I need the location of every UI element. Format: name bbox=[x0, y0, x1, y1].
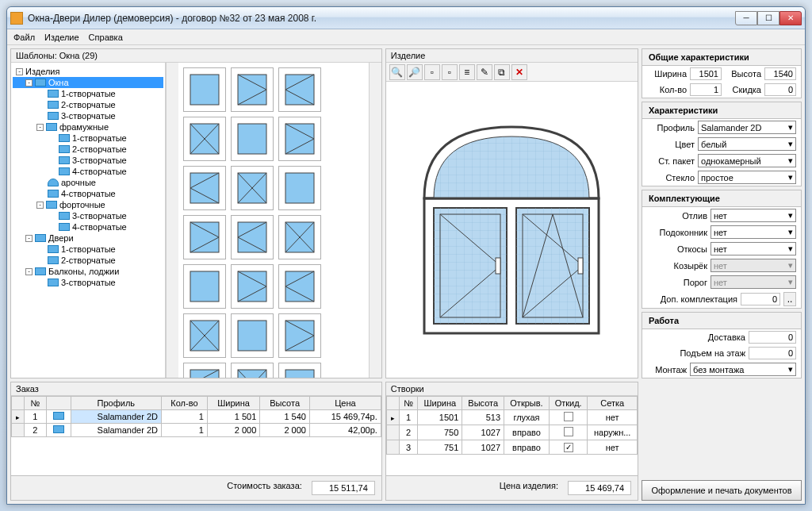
template-thumb[interactable] bbox=[183, 363, 226, 378]
tree-item[interactable]: 3-створчатые bbox=[13, 155, 163, 166]
right-column: Общие характеристики Ширина Высота Кол-в… bbox=[642, 48, 802, 501]
svg-rect-20 bbox=[285, 173, 314, 203]
thumbs-scrollbar[interactable] bbox=[369, 63, 381, 378]
tree-item[interactable]: 4-створчатые bbox=[13, 221, 163, 232]
sill-select[interactable]: нет bbox=[710, 209, 796, 222]
qty-input[interactable] bbox=[690, 83, 722, 96]
tree-item[interactable]: 2-створчатые bbox=[13, 255, 163, 266]
template-thumb[interactable] bbox=[278, 264, 321, 309]
general-props: Общие характеристики Ширина Высота Кол-в… bbox=[642, 48, 802, 98]
tree-item[interactable]: -Двери bbox=[13, 232, 163, 244]
svg-rect-41 bbox=[285, 321, 314, 351]
zoom-in-icon[interactable]: 🔍 bbox=[389, 64, 405, 80]
discount-input[interactable] bbox=[764, 83, 796, 96]
tree-item[interactable]: 3-створчатые bbox=[13, 277, 163, 288]
visor-select[interactable]: нет bbox=[710, 259, 796, 272]
tree-item[interactable]: 1-створчатые bbox=[13, 133, 163, 144]
tree-item[interactable]: 4-створчатые bbox=[13, 188, 163, 199]
template-thumb[interactable] bbox=[231, 363, 274, 378]
table-row[interactable]: 2Salamander 2D12 0002 00042,00р. bbox=[12, 424, 381, 437]
glass-select[interactable]: однокамерный bbox=[698, 154, 796, 167]
tree-item[interactable]: 2-створчатые bbox=[13, 99, 163, 110]
tree-item[interactable]: -форточные bbox=[13, 199, 163, 210]
glass-label: Ст. пакет bbox=[647, 156, 695, 166]
table-row[interactable]: 1Salamander 2D11 5011 54015 469,74р. bbox=[12, 410, 381, 424]
tree-item[interactable]: -Изделия bbox=[13, 66, 163, 77]
windowboard-select[interactable]: нет bbox=[710, 225, 796, 239]
maximize-button[interactable]: ☐ bbox=[757, 11, 779, 25]
sashes-table: №ШиринаВысотаОткрыв.Откид.Сетка 11501513… bbox=[386, 396, 638, 455]
template-thumb[interactable] bbox=[183, 166, 226, 210]
mounting-select[interactable]: без монтажа bbox=[690, 363, 796, 376]
tree-scrollbar[interactable] bbox=[166, 63, 178, 378]
tree-item[interactable]: 4-створчатые bbox=[13, 166, 163, 177]
template-thumb[interactable] bbox=[231, 67, 274, 112]
profile-select[interactable]: Salamander 2D bbox=[698, 121, 796, 134]
product-preview[interactable] bbox=[386, 82, 638, 378]
copy-icon[interactable]: ⧉ bbox=[494, 64, 510, 80]
template-thumb[interactable] bbox=[231, 215, 274, 259]
slopes-select[interactable]: нет bbox=[710, 242, 796, 256]
height-input[interactable] bbox=[764, 67, 796, 80]
left-column: Шаблоны: Окна (29) -Изделия-Окна1-створч… bbox=[10, 48, 382, 501]
template-thumb[interactable] bbox=[183, 117, 226, 161]
delete-icon[interactable]: ✕ bbox=[511, 64, 527, 80]
template-thumb[interactable] bbox=[278, 215, 321, 259]
menu-file[interactable]: Файл bbox=[13, 33, 35, 42]
tree-item[interactable]: арочные bbox=[13, 177, 163, 188]
documents-button[interactable]: Оформление и печать документов bbox=[642, 480, 802, 501]
template-thumb[interactable] bbox=[183, 313, 226, 358]
minimize-button[interactable]: ─ bbox=[735, 11, 757, 25]
extra-button[interactable]: .. bbox=[783, 292, 796, 306]
tree-item[interactable]: 1-створчатые bbox=[13, 244, 163, 255]
menu-help[interactable]: Справка bbox=[89, 33, 123, 42]
width-input[interactable] bbox=[690, 67, 722, 80]
template-thumb[interactable] bbox=[183, 67, 226, 112]
menu-item[interactable]: Изделие bbox=[44, 33, 79, 42]
extra-input[interactable] bbox=[741, 293, 780, 305]
table-row[interactable]: 37511027вправонет bbox=[386, 440, 637, 455]
template-thumb[interactable] bbox=[278, 363, 321, 378]
template-thumb[interactable] bbox=[278, 67, 321, 112]
tree-item[interactable]: -фрамужные bbox=[13, 121, 163, 133]
order-title: Заказ bbox=[11, 382, 381, 396]
color-select[interactable]: белый bbox=[698, 137, 796, 151]
tree-item[interactable]: -Окна bbox=[13, 77, 163, 88]
glazing-select[interactable]: простое bbox=[698, 171, 796, 184]
template-thumb[interactable] bbox=[231, 166, 274, 210]
flip-v-icon[interactable]: ▫ bbox=[442, 64, 458, 80]
edit-icon[interactable]: ✎ bbox=[477, 64, 492, 80]
template-thumb[interactable] bbox=[278, 313, 321, 358]
template-thumb[interactable] bbox=[278, 117, 321, 161]
threshold-select[interactable]: нет bbox=[710, 275, 796, 289]
flip-h-icon[interactable]: ▫ bbox=[424, 64, 440, 80]
tree-item[interactable]: 1-створчатые bbox=[13, 88, 163, 99]
lifting-input[interactable] bbox=[749, 347, 796, 359]
delivery-input[interactable] bbox=[749, 331, 796, 344]
table-row[interactable]: 11501513глухаянет bbox=[386, 410, 637, 425]
app-window: Окна-Двери Дилер (демоверсия) - договор … bbox=[6, 6, 806, 505]
tree-item[interactable]: 3-створчатые bbox=[13, 210, 163, 221]
svg-rect-21 bbox=[190, 222, 219, 252]
template-thumb[interactable] bbox=[231, 117, 274, 161]
sashes-table-container: №ШиринаВысотаОткрыв.Откид.Сетка 11501513… bbox=[386, 396, 638, 475]
tree-item[interactable]: -Балконы, лоджии bbox=[13, 266, 163, 277]
work-props: Работа Доставка Подъем на этаж Монтажбез… bbox=[642, 312, 802, 378]
table-row[interactable]: 27501027вправонаружн... bbox=[386, 425, 637, 440]
template-thumb[interactable] bbox=[183, 215, 226, 259]
template-thumb[interactable] bbox=[183, 264, 226, 309]
close-button[interactable]: ✕ bbox=[779, 11, 802, 25]
template-thumb[interactable] bbox=[278, 166, 321, 210]
zoom-out-icon[interactable]: 🔎 bbox=[407, 64, 423, 80]
template-thumb[interactable] bbox=[231, 264, 274, 309]
tree-item[interactable]: 3-створчатые bbox=[13, 110, 163, 121]
svg-rect-1 bbox=[238, 75, 266, 105]
template-tree[interactable]: -Изделия-Окна1-створчатые2-створчатые3-с… bbox=[11, 63, 166, 378]
slopes-label: Откосы bbox=[647, 244, 707, 254]
tree-item[interactable]: 2-створчатые bbox=[13, 144, 163, 155]
general-title: Общие характеристики bbox=[642, 49, 801, 66]
template-thumb[interactable] bbox=[231, 313, 274, 358]
svg-rect-24 bbox=[238, 222, 266, 252]
components-props: Комплектующие Отливнет Подоконникнет Отк… bbox=[642, 190, 802, 309]
align-icon[interactable]: ≡ bbox=[459, 64, 475, 80]
